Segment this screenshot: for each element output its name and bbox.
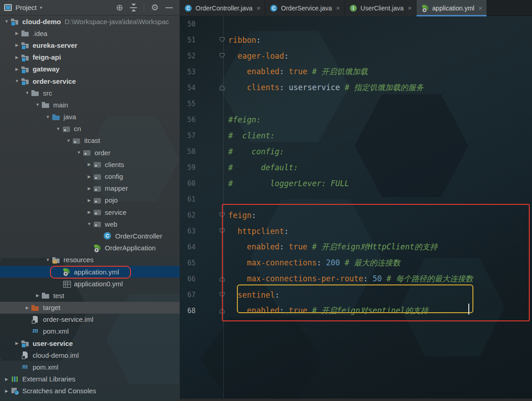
chevron-expanded-icon[interactable]: ▼ bbox=[23, 91, 31, 95]
chevron-collapsed-icon[interactable]: ▶ bbox=[13, 31, 21, 36]
tree-item-clients[interactable]: ▶clients bbox=[0, 158, 180, 170]
chevron-collapsed-icon[interactable]: ▶ bbox=[85, 198, 94, 203]
code-text: enabled: true # 开启饥饿加载 bbox=[228, 66, 368, 77]
fold-start-icon[interactable] bbox=[217, 36, 226, 44]
chevron-collapsed-icon[interactable]: ▶ bbox=[2, 377, 11, 381]
locate-icon[interactable]: ⊕ bbox=[116, 3, 123, 12]
tab-orderservice-java[interactable]: OrderService.java× bbox=[265, 0, 345, 16]
tab-ordercontroller-java[interactable]: OrderController.java× bbox=[180, 0, 265, 16]
code-line-50[interactable]: 50 bbox=[180, 16, 532, 32]
chevron-collapsed-icon[interactable]: ▶ bbox=[13, 67, 21, 71]
collapse-all-icon[interactable] bbox=[130, 4, 137, 11]
tab-close-icon[interactable]: × bbox=[336, 4, 340, 12]
tree-item-idea[interactable]: ▶.idea bbox=[0, 27, 180, 39]
tab-application-yml[interactable]: application.yml× bbox=[417, 0, 487, 16]
tree-item-external-libraries[interactable]: ▶External Libraries bbox=[0, 373, 180, 385]
chevron-collapsed-icon[interactable]: ▶ bbox=[85, 210, 94, 214]
tree-item-application0-yml[interactable]: application0.yml bbox=[0, 278, 180, 289]
tree-item-user-service[interactable]: ▶user-service bbox=[0, 337, 180, 349]
code-text: eager-load: bbox=[228, 51, 289, 61]
code-line-53[interactable]: 53 enabled: true # 开启饥饿加载 bbox=[180, 64, 532, 80]
folder-excluded-icon bbox=[31, 304, 40, 311]
tree-item-gateway[interactable]: ▶gateway bbox=[0, 63, 180, 75]
chevron-collapsed-icon[interactable]: ▶ bbox=[13, 55, 21, 60]
class-icon bbox=[104, 232, 112, 239]
tree-item-resources[interactable]: ▼resources bbox=[0, 254, 180, 266]
tree-item-target[interactable]: ▶target bbox=[0, 302, 180, 314]
tree-item-cn[interactable]: ▼cn bbox=[0, 123, 180, 135]
hide-icon[interactable]: — bbox=[166, 4, 173, 11]
code-line-58[interactable]: 58# config: bbox=[180, 143, 532, 159]
tree-item-config[interactable]: ▶config bbox=[0, 170, 180, 182]
tree-item-label: gateway bbox=[33, 65, 60, 73]
chevron-collapsed-icon[interactable]: ▶ bbox=[33, 293, 42, 298]
tree-item-feign-api[interactable]: ▶feign-api bbox=[0, 51, 180, 63]
chevron-collapsed-icon[interactable]: ▶ bbox=[13, 43, 21, 47]
tree-item-ordercontroller[interactable]: OrderController bbox=[0, 230, 180, 242]
tree-item-main[interactable]: ▼main bbox=[0, 99, 180, 111]
chevron-collapsed-icon[interactable]: ▶ bbox=[13, 341, 21, 345]
tree-item-src[interactable]: ▼src bbox=[0, 87, 180, 99]
tree-item-label: target bbox=[43, 304, 60, 311]
chevron-expanded-icon[interactable]: ▼ bbox=[13, 79, 21, 83]
code-line-60[interactable]: 60# loggerLever: FULL bbox=[180, 175, 532, 191]
tree-item-cloud-demo-iml[interactable]: cloud-demo.iml bbox=[0, 349, 180, 361]
fold-end-icon[interactable] bbox=[217, 84, 226, 91]
chevron-expanded-icon[interactable]: ▼ bbox=[75, 150, 83, 155]
editor-bottom-strip bbox=[180, 398, 532, 401]
tree-item-java[interactable]: ▼java bbox=[0, 111, 180, 123]
tree-item-itcast[interactable]: ▼itcast bbox=[0, 135, 180, 147]
tree-item-eureka-server[interactable]: ▶eureka-server bbox=[0, 39, 180, 51]
chevron-expanded-icon[interactable]: ▼ bbox=[2, 19, 11, 24]
tree-item-pom-xml[interactable]: pom.xml bbox=[0, 325, 180, 337]
tree-item-order-service[interactable]: ▼order-service bbox=[0, 75, 180, 87]
line-number: 56 bbox=[183, 116, 196, 124]
project-tool-window-icon[interactable] bbox=[4, 4, 12, 11]
tree-item-pom-xml[interactable]: pom.xml bbox=[0, 361, 180, 373]
tree-item-scratches-and-consoles[interactable]: ▶Scratches and Consoles bbox=[0, 385, 180, 397]
chevron-expanded-icon[interactable]: ▼ bbox=[44, 115, 52, 119]
tree-item-label: OrderController bbox=[115, 232, 162, 240]
tree-item-web[interactable]: ▼web bbox=[0, 218, 180, 230]
fold-start-icon[interactable] bbox=[217, 52, 226, 60]
tree-item-order-service-iml[interactable]: order-service.iml bbox=[0, 314, 180, 325]
package-icon bbox=[94, 208, 102, 216]
chevron-expanded-icon[interactable]: ▼ bbox=[54, 127, 63, 131]
code-line-51[interactable]: 51ribbon: bbox=[180, 32, 532, 48]
code-line-55[interactable]: 55 bbox=[180, 96, 532, 112]
tab-close-icon[interactable]: × bbox=[478, 4, 482, 12]
tree-item-service[interactable]: ▶service bbox=[0, 206, 180, 218]
chevron-collapsed-icon[interactable]: ▶ bbox=[85, 174, 94, 179]
tree-item-cloud-demo[interactable]: ▼cloud-demoD:\Workspace-java\idea\Worksp… bbox=[0, 15, 180, 27]
tab-close-icon[interactable]: × bbox=[256, 4, 261, 12]
chevron-collapsed-icon[interactable]: ▶ bbox=[85, 162, 94, 167]
code-line-57[interactable]: 57# client: bbox=[180, 127, 532, 143]
tree-item-orderapplication[interactable]: OrderApplication bbox=[0, 242, 180, 254]
chevron-expanded-icon[interactable]: ▼ bbox=[33, 102, 42, 107]
chevron-down-icon[interactable]: ▾ bbox=[40, 5, 42, 10]
code-line-54[interactable]: 54 clients: userservice # 指定饥饿加载的服务 bbox=[180, 80, 532, 96]
tree-item-pojo[interactable]: ▶pojo bbox=[0, 194, 180, 206]
code-line-52[interactable]: 52 eager-load: bbox=[180, 48, 532, 64]
chevron-expanded-icon[interactable]: ▼ bbox=[85, 222, 94, 226]
code-line-56[interactable]: 56#feign: bbox=[180, 112, 532, 127]
background-shape bbox=[198, 314, 325, 401]
settings-icon[interactable]: ⚙ bbox=[151, 3, 159, 12]
module-icon bbox=[21, 66, 30, 73]
chevron-expanded-icon[interactable]: ▼ bbox=[64, 138, 73, 143]
tree-item-test[interactable]: ▶test bbox=[0, 289, 180, 301]
fold-spacer bbox=[217, 148, 226, 155]
code-line-59[interactable]: 59# default: bbox=[180, 159, 532, 175]
panel-divider[interactable] bbox=[180, 0, 180, 401]
tab-close-icon[interactable]: × bbox=[408, 4, 412, 12]
tab-userclient-java[interactable]: UserClient.java× bbox=[345, 0, 417, 16]
chevron-expanded-icon[interactable]: ▼ bbox=[44, 258, 52, 262]
tree-item-order[interactable]: ▼order bbox=[0, 147, 180, 158]
panel-title[interactable]: Project bbox=[15, 4, 37, 11]
tree-item-mapper[interactable]: ▶mapper bbox=[0, 183, 180, 194]
chevron-collapsed-icon[interactable]: ▶ bbox=[23, 305, 31, 310]
annotation-yellow-box bbox=[237, 284, 473, 313]
spring-icon bbox=[422, 5, 429, 11]
chevron-collapsed-icon[interactable]: ▶ bbox=[2, 389, 11, 393]
chevron-collapsed-icon[interactable]: ▶ bbox=[85, 186, 94, 191]
